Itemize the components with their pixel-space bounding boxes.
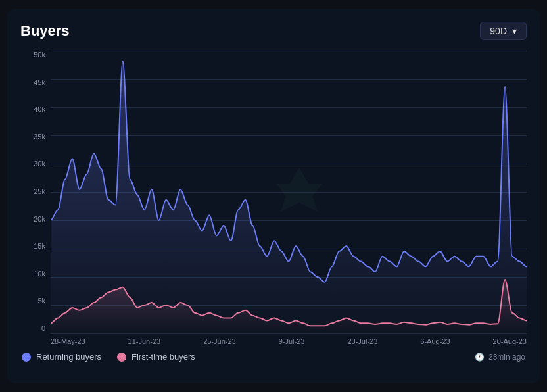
x-axis-label: 20-Aug-23 (493, 337, 527, 345)
firsttime-dot (117, 353, 126, 362)
y-axis-label: 0 (41, 324, 45, 332)
y-axis-label: 10k (34, 270, 45, 278)
clock-icon: 🕐 (475, 353, 485, 362)
x-axis-label: 25-Jun-23 (203, 337, 236, 345)
y-axis-label: 5k (37, 297, 45, 305)
chart-container: Buyers 90D ▾ 50k45k40k35k30k25k20k15k10k… (7, 9, 540, 383)
legend-area: Returning buyers First-time buyers 🕐 23m… (20, 352, 527, 362)
period-selector-button[interactable]: 90D ▾ (480, 22, 527, 40)
y-axis-label: 50k (34, 51, 45, 59)
legend-time: 🕐 23min ago (475, 353, 525, 362)
time-label: 23min ago (488, 353, 525, 362)
period-label: 90D (490, 26, 507, 36)
grid-line (51, 333, 527, 334)
x-axis: 28-May-2311-Jun-2325-Jun-239-Jul-2323-Ju… (51, 333, 527, 345)
y-axis-label: 15k (34, 242, 45, 250)
returning-label: Returning buyers (36, 352, 101, 362)
y-axis-label: 25k (34, 187, 45, 195)
y-axis: 50k45k40k35k30k25k20k15k10k5k0 (20, 51, 51, 333)
y-axis-label: 35k (34, 133, 45, 141)
legend-returning: Returning buyers (22, 352, 101, 362)
plot-area (51, 51, 527, 333)
x-axis-label: 28-May-23 (51, 337, 85, 345)
returning-dot (22, 353, 31, 362)
chevron-down-icon: ▾ (512, 26, 517, 36)
y-axis-label: 20k (34, 215, 45, 223)
x-axis-label: 6-Aug-23 (420, 337, 450, 345)
firsttime-label: First-time buyers (131, 352, 195, 362)
y-axis-label: 40k (34, 105, 45, 113)
chart-header: Buyers 90D ▾ (20, 22, 527, 40)
legend-left: Returning buyers First-time buyers (22, 352, 195, 362)
x-axis-label: 11-Jun-23 (128, 337, 161, 345)
chart-area: 50k45k40k35k30k25k20k15k10k5k0 (20, 51, 527, 333)
legend-firsttime: First-time buyers (117, 352, 195, 362)
chart-svg (51, 51, 527, 333)
x-axis-label: 9-Jul-23 (279, 337, 305, 345)
y-axis-label: 45k (34, 78, 45, 86)
chart-title: Buyers (20, 22, 70, 39)
x-axis-label: 23-Jul-23 (347, 337, 377, 345)
y-axis-label: 30k (34, 160, 45, 168)
